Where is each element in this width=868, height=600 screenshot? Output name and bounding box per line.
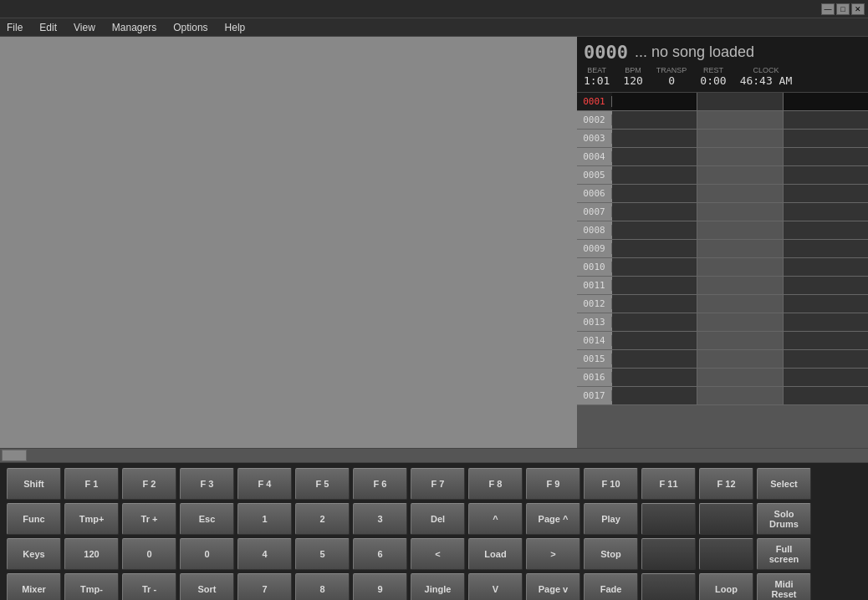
select-key[interactable]: Select: [757, 468, 811, 500]
tmp-plus-key[interactable]: Tmp+: [64, 503, 119, 535]
scroll-thumb[interactable]: [2, 450, 27, 461]
menu-file[interactable]: File: [3, 20, 26, 35]
f10-key[interactable]: F 10: [584, 468, 638, 500]
jingle-key[interactable]: Jingle: [411, 573, 465, 600]
tr-plus-key[interactable]: Tr +: [122, 503, 176, 535]
song-row-0006[interactable]: 0006: [577, 185, 868, 203]
gt-key[interactable]: >: [526, 538, 580, 570]
close-button[interactable]: ✕: [851, 3, 865, 15]
v-key[interactable]: V: [468, 573, 523, 600]
page-down-key[interactable]: Page v: [526, 573, 580, 600]
f7-key[interactable]: F 7: [411, 468, 465, 500]
song-col3-0010: [784, 258, 868, 276]
song-row-number-0015: 0015: [577, 353, 612, 364]
tmp-minus-key[interactable]: Tmp-: [64, 573, 119, 600]
key-5[interactable]: 5: [295, 538, 350, 570]
key-9[interactable]: 9: [353, 573, 407, 600]
loop-key[interactable]: Loop: [699, 573, 753, 600]
song-row-0013[interactable]: 0013: [577, 313, 868, 332]
empty-key-r3-12[interactable]: [699, 538, 753, 570]
song-row-0008[interactable]: 0008: [577, 221, 868, 240]
song-col1-0005: [612, 166, 697, 184]
song-row-0004[interactable]: 0004: [577, 148, 868, 166]
song-col1-0007: [612, 203, 697, 221]
tr-minus-key[interactable]: Tr -: [122, 573, 176, 600]
mixer-key[interactable]: Mixer: [7, 573, 61, 600]
song-row-0016[interactable]: 0016: [577, 369, 868, 387]
song-row-0003[interactable]: 0003: [577, 130, 868, 148]
song-col3-0004: [784, 148, 868, 165]
song-row-0009[interactable]: 0009: [577, 240, 868, 258]
keys-key[interactable]: Keys: [7, 538, 61, 570]
key-3[interactable]: 3: [353, 503, 407, 535]
load-key[interactable]: Load: [468, 538, 523, 570]
empty-key-r3-11[interactable]: [641, 538, 696, 570]
key-7[interactable]: 7: [237, 573, 292, 600]
f8-key[interactable]: F 8: [468, 468, 523, 500]
song-col2-0010: [697, 258, 783, 276]
menu-edit[interactable]: Edit: [36, 20, 60, 35]
fade-key[interactable]: Fade: [584, 573, 638, 600]
song-row-0012[interactable]: 0012: [577, 295, 868, 313]
del-key[interactable]: Del: [411, 503, 465, 535]
clock-value: 46:43 AM: [740, 74, 793, 87]
empty-key-r2-11[interactable]: [641, 503, 696, 535]
menu-view[interactable]: View: [70, 20, 99, 35]
key-0-1[interactable]: 0: [122, 538, 176, 570]
f4-key[interactable]: F 4: [237, 468, 292, 500]
f3-key[interactable]: F 3: [180, 468, 234, 500]
song-row-0014[interactable]: 0014: [577, 332, 868, 350]
f11-key[interactable]: F 11: [641, 468, 696, 500]
page-up-key[interactable]: Page ^: [526, 503, 580, 535]
120-key[interactable]: 120: [64, 538, 119, 570]
stop-key[interactable]: Stop: [584, 538, 638, 570]
horizontal-scrollbar[interactable]: [0, 448, 868, 463]
f6-key[interactable]: F 6: [353, 468, 407, 500]
empty-key-r2-12[interactable]: [699, 503, 753, 535]
song-col3-0013: [784, 313, 868, 331]
empty-key-r4-11[interactable]: [641, 573, 696, 600]
song-list[interactable]: 0001000200030004000500060007000800090010…: [577, 93, 868, 448]
play-key[interactable]: Play: [584, 503, 638, 535]
key-4[interactable]: 4: [237, 538, 292, 570]
fullscreen-key[interactable]: Full screen: [757, 538, 811, 570]
f5-key[interactable]: F 5: [295, 468, 350, 500]
f1-key[interactable]: F 1: [64, 468, 119, 500]
key-1[interactable]: 1: [237, 503, 292, 535]
key-6[interactable]: 6: [353, 538, 407, 570]
song-row-0017[interactable]: 0017: [577, 387, 868, 405]
song-row-0002[interactable]: 0002: [577, 111, 868, 130]
func-key[interactable]: Func: [7, 503, 61, 535]
sort-key[interactable]: Sort: [180, 573, 234, 600]
song-row-number-0011: 0011: [577, 280, 612, 291]
song-col3-0005: [784, 166, 868, 184]
menu-managers[interactable]: Managers: [109, 20, 160, 35]
song-row-0011[interactable]: 0011: [577, 277, 868, 295]
song-row-0001[interactable]: 0001: [577, 93, 868, 111]
f9-key[interactable]: F 9: [526, 468, 580, 500]
key-2[interactable]: 2: [295, 503, 350, 535]
menu-bar: File Edit View Managers Options Help: [0, 18, 868, 37]
caret-key[interactable]: ^: [468, 503, 523, 535]
lt-key[interactable]: <: [411, 538, 465, 570]
menu-options[interactable]: Options: [170, 20, 211, 35]
song-row-0007[interactable]: 0007: [577, 203, 868, 221]
midi-reset-key[interactable]: Midi Reset: [757, 573, 811, 600]
song-col2-0017: [697, 387, 783, 404]
key-0-2[interactable]: 0: [180, 538, 234, 570]
song-row-0015[interactable]: 0015: [577, 350, 868, 369]
song-row-number-0002: 0002: [577, 114, 612, 125]
key-8[interactable]: 8: [295, 573, 350, 600]
song-row-0010[interactable]: 0010: [577, 258, 868, 277]
song-col3-0008: [784, 221, 868, 239]
minimize-button[interactable]: —: [821, 3, 835, 15]
f2-key[interactable]: F 2: [122, 468, 176, 500]
song-row-0005[interactable]: 0005: [577, 166, 868, 185]
shift-key[interactable]: Shift: [7, 468, 61, 500]
maximize-button[interactable]: □: [836, 3, 850, 15]
song-col2-0005: [697, 166, 783, 184]
solo-drums-key[interactable]: Solo Drums: [757, 503, 811, 535]
menu-help[interactable]: Help: [222, 20, 249, 35]
f12-key[interactable]: F 12: [699, 468, 753, 500]
esc-key[interactable]: Esc: [180, 503, 234, 535]
